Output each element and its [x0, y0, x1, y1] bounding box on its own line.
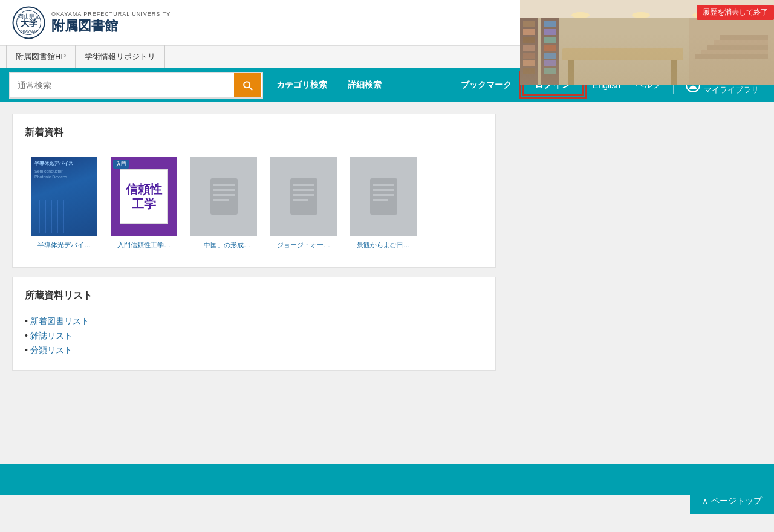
svg-rect-9 [701, 50, 768, 54]
svg-rect-14 [523, 21, 535, 27]
page-top-label: ページトップ [711, 496, 762, 507]
svg-rect-24 [544, 37, 556, 43]
svg-rect-49 [373, 194, 394, 196]
svg-rect-31 [671, 60, 677, 85]
svg-rect-16 [523, 37, 535, 43]
new-books-link[interactable]: 新着図書リスト [30, 316, 89, 326]
library-hp-link[interactable]: 附属図書館HP [6, 45, 76, 68]
svg-rect-47 [373, 184, 394, 186]
svg-rect-21 [541, 18, 559, 85]
logo-area: 岡山県立 大学 OKAYAMA OKAYAMA PREFECTURAL UNIV… [12, 6, 171, 39]
university-logo-icon: 岡山県立 大学 OKAYAMA [12, 6, 45, 39]
detail-search-link[interactable]: 詳細検索 [340, 80, 389, 91]
svg-rect-28 [544, 68, 556, 74]
svg-rect-43 [293, 189, 314, 191]
chevron-up-icon: ∧ [702, 496, 708, 506]
library-name: 附属図書館 [51, 17, 171, 35]
book-cover-1: 半導体光デバイス Semiconductor Photonic Devices [31, 157, 97, 236]
book-title-1: 半導体光デバイ… [37, 241, 91, 249]
svg-rect-44 [293, 194, 314, 196]
svg-rect-42 [293, 184, 314, 186]
svg-point-33 [632, 12, 650, 18]
main-content: 新着資料 半導体光デバイス Semiconductor Photonic Dev… [0, 102, 774, 464]
search-input[interactable] [10, 76, 234, 95]
content-left: 新着資料 半導体光デバイス Semiconductor Photonic Dev… [12, 114, 496, 452]
books-grid: 半導体光デバイス Semiconductor Photonic Devices … [25, 151, 483, 255]
book-title-2: 入門信頼性工学… [117, 241, 171, 249]
book-placeholder-icon-5 [367, 175, 400, 218]
book-placeholder-icon-3 [207, 175, 241, 218]
search-icon [241, 79, 253, 91]
book-item-4[interactable]: ジョージ・オー… [267, 157, 340, 249]
svg-rect-27 [544, 60, 556, 66]
svg-rect-38 [213, 189, 235, 191]
my-library-label: マイライブラリ [704, 85, 759, 96]
magazines-link[interactable]: 雑誌リスト [30, 331, 73, 340]
collection-section: 所蔵資料リスト 新着図書リスト 雑誌リスト 分類リスト [12, 277, 496, 371]
svg-rect-23 [544, 29, 556, 35]
svg-rect-37 [213, 184, 235, 186]
svg-rect-30 [568, 60, 574, 85]
new-arrivals-title: 新着資料 [25, 126, 483, 142]
svg-rect-25 [544, 45, 556, 51]
svg-rect-12 [720, 35, 768, 40]
svg-point-32 [571, 12, 590, 18]
page-top-button[interactable]: ∧ ページトップ [690, 488, 774, 514]
svg-rect-19 [523, 60, 535, 66]
svg-rect-22 [544, 21, 556, 27]
collection-list: 新着図書リスト 雑誌リスト 分類リスト [25, 314, 483, 358]
search-button[interactable] [234, 73, 261, 97]
svg-rect-17 [523, 45, 535, 51]
svg-rect-50 [373, 199, 388, 201]
svg-rect-18 [523, 53, 535, 59]
svg-rect-46 [370, 178, 397, 215]
svg-rect-13 [520, 18, 538, 85]
university-name-en: OKAYAMA PREFECTURAL UNIVERSITY [51, 11, 171, 17]
svg-rect-48 [373, 189, 394, 191]
svg-rect-8 [695, 54, 768, 59]
category-search-link[interactable]: カテゴリ検索 [269, 80, 334, 91]
content-right [508, 114, 762, 452]
repository-link[interactable]: 学術情報リポジトリ [76, 45, 165, 68]
svg-rect-11 [714, 40, 768, 45]
svg-rect-15 [523, 29, 535, 35]
list-item-magazines: 雑誌リスト [25, 329, 483, 343]
header-image: 履歴を消去して終了 [520, 0, 774, 85]
book-title-3: 「中国」の形成… [197, 241, 250, 249]
collection-title: 所蔵資料リスト [25, 290, 483, 305]
new-arrivals-section: 新着資料 半導体光デバイス Semiconductor Photonic Dev… [12, 114, 496, 268]
book-cover-5 [350, 157, 417, 236]
svg-text:大学: 大学 [20, 18, 37, 28]
book-title-4: ジョージ・オー… [277, 241, 330, 249]
list-item-categories: 分類リスト [25, 343, 483, 358]
svg-rect-40 [213, 199, 229, 201]
svg-rect-39 [213, 194, 235, 196]
svg-rect-7 [689, 18, 774, 85]
footer [0, 464, 774, 495]
book-placeholder-icon-4 [287, 175, 320, 218]
svg-rect-41 [290, 178, 317, 215]
svg-text:OKAYAMA: OKAYAMA [20, 30, 37, 33]
svg-rect-20 [523, 68, 535, 74]
book-item-2[interactable]: 入門 信頼性工学 入門信頼性工学… [108, 157, 180, 249]
logo-text: OKAYAMA PREFECTURAL UNIVERSITY 附属図書館 [51, 11, 171, 35]
search-input-wrap [9, 72, 263, 99]
svg-rect-36 [210, 178, 238, 215]
svg-rect-10 [707, 45, 768, 50]
svg-rect-29 [562, 48, 683, 60]
categories-link[interactable]: 分類リスト [30, 345, 73, 355]
list-item-new-books: 新着図書リスト [25, 314, 483, 329]
book-item-1[interactable]: 半導体光デバイス Semiconductor Photonic Devices … [28, 157, 100, 249]
book-item-3[interactable]: 「中国」の形成… [187, 157, 260, 249]
svg-rect-26 [544, 53, 556, 59]
clear-history-button[interactable]: 履歴を消去して終了 [697, 5, 774, 20]
book-item-5[interactable]: 景観からよむ日… [347, 157, 420, 249]
book-title-5: 景観からよむ日… [357, 241, 410, 249]
svg-rect-45 [293, 199, 308, 201]
book-cover-3 [190, 157, 257, 236]
bookmark-link[interactable]: ブックマーク [454, 80, 519, 91]
book-cover-4 [270, 157, 337, 236]
header: 岡山県立 大学 OKAYAMA OKAYAMA PREFECTURAL UNIV… [0, 0, 774, 45]
book-cover-2: 入門 信頼性工学 [111, 157, 177, 236]
